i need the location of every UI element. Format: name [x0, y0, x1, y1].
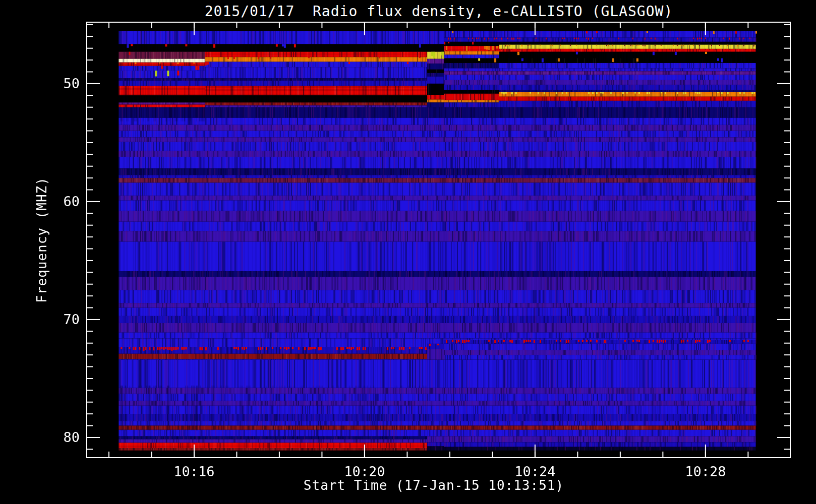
axes-overlay: 10:1610:2010:2410:2850607080 Frequency (… — [0, 0, 816, 504]
spectrogram-figure: 2015/01/17 Radio flux density, e-CALLIST… — [0, 0, 816, 504]
x-axis-label: Start Time (17-Jan-15 10:13:51) — [304, 478, 564, 493]
svg-text:80: 80 — [63, 429, 80, 445]
svg-text:10:20: 10:20 — [344, 464, 385, 479]
y-axis-label: Frequency (MHZ) — [34, 177, 49, 303]
svg-text:10:16: 10:16 — [173, 464, 214, 479]
svg-text:10:24: 10:24 — [514, 464, 555, 479]
svg-text:10:28: 10:28 — [685, 464, 726, 479]
axis-ticks — [87, 22, 790, 458]
svg-text:50: 50 — [63, 76, 80, 91]
svg-text:70: 70 — [63, 311, 80, 327]
plot-frame — [87, 22, 790, 458]
axis-tick-labels: 10:1610:2010:2410:2850607080 — [63, 76, 726, 479]
svg-text:60: 60 — [63, 194, 80, 209]
